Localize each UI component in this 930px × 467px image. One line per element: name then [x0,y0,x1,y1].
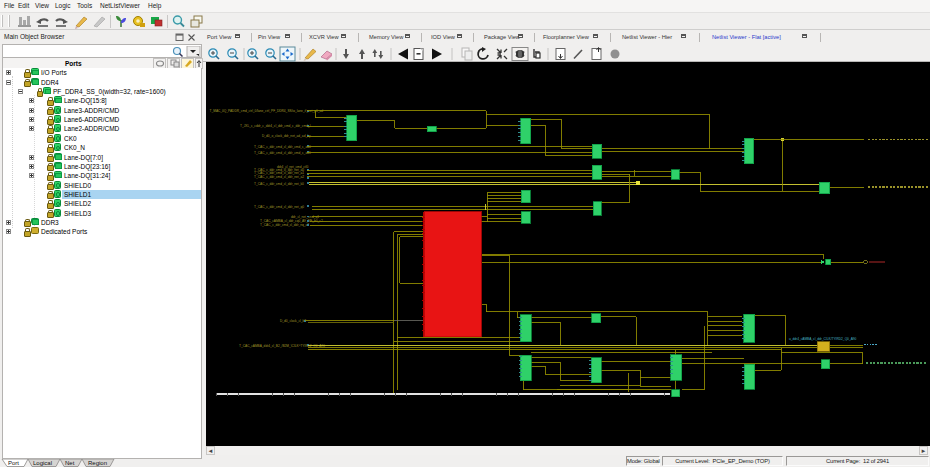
svg-text:Net: Net [65,460,75,466]
svg-text:T_CAC_c_ddr_cmd_cl_ddr_nq_a2: T_CAC_c_ddr_cmd_cl_ddr_nq_a2 [260,223,309,227]
svg-text:D_d0_clock_cl_b2: D_d0_clock_cl_b2 [280,319,306,323]
svg-text:T_CAC_c_ddr_cmd_cl_ddr_net_q0: T_CAC_c_ddr_cmd_cl_ddr_net_q0 [254,205,304,209]
svg-text:T_MAC_0Q_PADDR_cmd_ctrl_0/lane: T_MAC_0Q_PADDR_cmd_ctrl_0/lane_ctrl_PF_D… [210,109,324,113]
svg-text:Logical: Logical [33,460,52,466]
svg-text:u_ddr4_cAMBA_cl_ddr_CILK/TYIRD: u_ddr4_cAMBA_cl_ddr_CILK/TYIRD2_Q0_A90 [789,337,857,341]
svg-text:T_CAC_c_ddr_cmd_cl_ddr_cmd_c_a: T_CAC_c_ddr_cmd_cl_ddr_cmd_c_ad1 [254,151,311,155]
svg-text:D_d0_o_clock_ddr_net_ad_ad_by: D_d0_o_clock_ddr_net_ad_ad_by [262,134,311,138]
svg-text:T_CAC_c_ddr_cmd_cl_ddr_net_a2: T_CAC_c_ddr_cmd_cl_ddr_net_a2 [254,175,304,179]
svg-text:Region: Region [88,460,107,466]
svg-text:T_JXL_c_cddr_c_ddr4_cl_ddr_cmd: T_JXL_c_cddr_c_ddr4_cl_ddr_cmd_c_ddr_cmd… [240,124,311,128]
svg-text:Port: Port [8,460,19,466]
svg-text:T_CAC_c_ddr_cmd_cl_ddr_cmd_c_a: T_CAC_c_ddr_cmd_cl_ddr_cmd_c_ad0 [254,145,311,149]
svg-text:T_CAC_c_ddr_cmd_cl_ddr_net_k0: T_CAC_c_ddr_cmd_cl_ddr_net_k0 [254,182,304,186]
